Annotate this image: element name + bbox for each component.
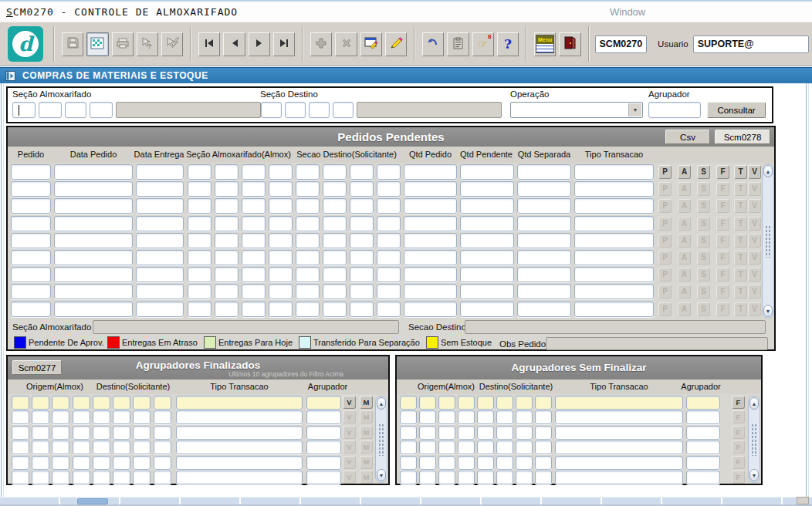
destino-seg1-cell[interactable] [477, 471, 494, 484]
scrollbar-grip[interactable] [751, 423, 757, 456]
destino-seg2-cell[interactable] [113, 410, 130, 424]
origem-seg2-cell[interactable] [32, 426, 49, 440]
scrollbar-grip[interactable] [378, 423, 384, 456]
origem-seg4-cell[interactable] [73, 471, 90, 484]
qtd-pedido-cell[interactable] [404, 233, 457, 248]
secao-almox-seg1-cell[interactable] [188, 181, 211, 197]
destino-seg4-cell[interactable] [535, 396, 552, 410]
secao-destino-seg4-cell[interactable] [377, 198, 401, 214]
tipo-transacao-cell[interactable] [574, 181, 654, 197]
data-entrega-cell[interactable] [136, 198, 184, 214]
data-pedido-cell[interactable] [54, 181, 133, 197]
pedido-cell[interactable] [11, 267, 51, 282]
secao-destino-seg2-cell[interactable] [323, 284, 347, 299]
edit-field-button[interactable] [385, 32, 407, 56]
secao-destino-seg1-cell[interactable] [296, 233, 320, 248]
origem-seg2-cell[interactable] [419, 440, 436, 454]
destino-seg4-cell[interactable] [535, 471, 552, 484]
secao-almox-seg4-cell[interactable] [269, 250, 293, 265]
origem-seg1-cell[interactable] [400, 440, 417, 454]
secao-destino-seg4-cell[interactable] [377, 302, 401, 317]
help-button[interactable]: ? [497, 32, 519, 56]
horizontal-scrollbar[interactable] [0, 497, 812, 504]
secao-destino-seg2-cell[interactable] [323, 250, 347, 265]
origem-seg2-cell[interactable] [32, 410, 49, 424]
secao-almox-seg1-cell[interactable] [188, 198, 211, 214]
next-record-button[interactable] [249, 32, 270, 56]
origem-seg4-cell[interactable] [458, 440, 475, 454]
data-pedido-cell[interactable] [54, 233, 133, 248]
destino-seg3-cell[interactable] [133, 471, 151, 484]
secao-destino-seg4-cell[interactable] [377, 181, 401, 197]
origem-seg1-cell[interactable] [400, 456, 417, 470]
filter-secao-destino-seg2-input[interactable] [285, 102, 306, 118]
destino-seg3-cell[interactable] [516, 426, 533, 440]
secao-destino-seg1-cell[interactable] [296, 216, 320, 231]
origem-seg2-cell[interactable] [32, 440, 49, 454]
menu-item-window[interactable]: Window [610, 6, 645, 18]
origem-seg2-cell[interactable] [419, 396, 436, 410]
qtd-pendente-cell[interactable] [460, 164, 514, 180]
origem-seg4-cell[interactable] [458, 456, 475, 470]
previous-record-button[interactable] [223, 32, 245, 56]
secao-destino-seg2-cell[interactable] [323, 233, 347, 248]
edit-window-button[interactable] [360, 32, 382, 56]
origem-seg2-cell[interactable] [32, 396, 49, 410]
agrupador-cell[interactable] [306, 426, 341, 440]
qtd-pedido-cell[interactable] [404, 250, 457, 265]
secao-almox-seg1-cell[interactable] [188, 302, 211, 317]
destino-seg1-cell[interactable] [93, 396, 110, 410]
qtd-pendente-cell[interactable] [460, 250, 514, 265]
qtd-pendente-cell[interactable] [460, 181, 514, 197]
secao-destino-seg2-cell[interactable] [323, 181, 347, 197]
secao-destino-seg3-cell[interactable] [350, 181, 374, 197]
secao-almox-seg3-cell[interactable] [242, 250, 266, 265]
destino-seg1-cell[interactable] [477, 456, 494, 470]
qtd-pendente-cell[interactable] [460, 233, 514, 248]
destino-seg4-cell[interactable] [535, 456, 552, 470]
tipo-transacao-cell[interactable] [555, 440, 683, 454]
secao-almox-seg4-cell[interactable] [269, 198, 293, 214]
tipo-transacao-cell[interactable] [574, 302, 654, 317]
origem-seg2-cell[interactable] [32, 471, 49, 484]
row-v-button[interactable]: V [343, 396, 356, 409]
destino-seg3-cell[interactable] [516, 440, 533, 454]
qtd-pedido-cell[interactable] [404, 198, 457, 214]
pedido-cell[interactable] [11, 181, 51, 197]
chevron-down-icon[interactable]: ▼ [628, 103, 641, 116]
tipo-transacao-cell[interactable] [574, 216, 654, 231]
secao-destino-seg3-cell[interactable] [350, 216, 374, 231]
secao-destino-seg2-cell[interactable] [323, 216, 347, 231]
destino-seg3-cell[interactable] [516, 471, 533, 484]
qtd-pedido-cell[interactable] [404, 216, 457, 231]
scm0277-button[interactable]: Scm0277 [12, 360, 62, 375]
secao-destino-seg1-cell[interactable] [296, 284, 320, 299]
agrupador-cell[interactable] [686, 426, 720, 440]
secao-destino-seg4-cell[interactable] [377, 164, 401, 180]
data-pedido-cell[interactable] [54, 250, 133, 265]
destino-seg1-cell[interactable] [477, 396, 494, 410]
destino-seg1-cell[interactable] [477, 410, 494, 424]
tipo-transacao-cell[interactable] [176, 440, 303, 454]
data-entrega-cell[interactable] [136, 302, 184, 317]
qtd-pedido-cell[interactable] [404, 164, 457, 180]
tipo-transacao-cell[interactable] [574, 233, 654, 248]
tipo-transacao-cell[interactable] [555, 456, 683, 470]
user-field[interactable]: SUPORTE@ [693, 35, 809, 53]
delete-record-button[interactable] [335, 32, 357, 56]
qtd-separada-cell[interactable] [517, 216, 571, 231]
pedido-cell[interactable] [11, 198, 51, 214]
scrollbar-down-icon[interactable]: ▼ [763, 305, 773, 317]
destino-seg3-cell[interactable] [516, 456, 533, 470]
destino-seg1-cell[interactable] [477, 426, 494, 440]
origem-seg4-cell[interactable] [73, 410, 90, 424]
secao-almox-seg2-cell[interactable] [215, 181, 239, 197]
secao-destino-seg1-cell[interactable] [296, 181, 320, 197]
secao-almox-seg2-cell[interactable] [215, 284, 239, 299]
destino-seg3-cell[interactable] [516, 410, 533, 424]
secao-destino-seg4-cell[interactable] [377, 267, 401, 282]
tipo-transacao-cell[interactable] [555, 426, 683, 440]
secao-almox-seg3-cell[interactable] [242, 267, 266, 282]
first-record-button[interactable] [198, 32, 220, 56]
tipo-transacao-cell[interactable] [574, 164, 654, 180]
